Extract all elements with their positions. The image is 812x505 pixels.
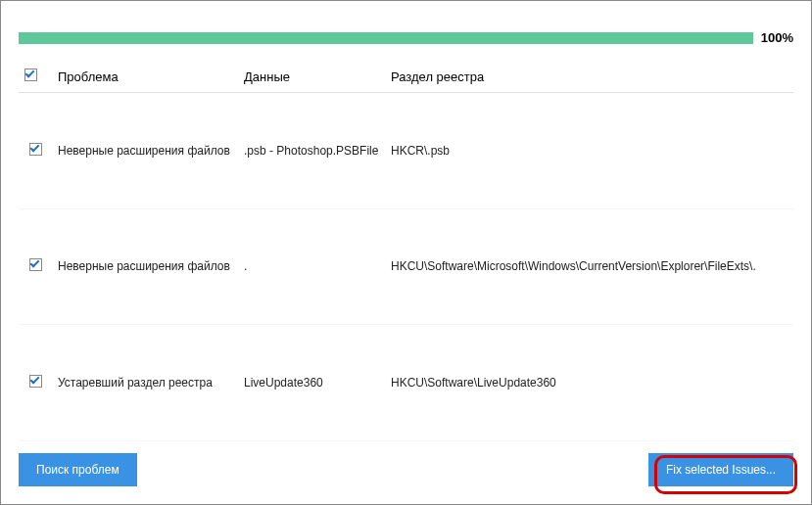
progress-bar [19,32,753,44]
cell-data: .psb - Photoshop.PSBFile [238,93,385,209]
table-row[interactable]: Устаревший раздел реестра LiveUpdate360 … [19,325,793,441]
progress-row: 100% [19,30,793,45]
cell-data: . [238,208,385,325]
column-header-registry[interactable]: Раздел реестра [385,61,793,93]
progress-percent: 100% [761,30,793,45]
search-problems-button[interactable]: Поиск проблем [19,453,137,486]
column-header-data[interactable]: Данные [238,61,385,93]
table-row[interactable]: Неверные расширения файлов . HKCU\Softwa… [19,208,793,325]
fix-selected-issues-button[interactable]: Fix selected Issues... [648,453,793,486]
select-all-checkbox[interactable] [24,69,37,81]
row-checkbox[interactable] [29,143,42,156]
issues-table: Проблема Данные Раздел реестра Неверные … [19,61,793,441]
footer: Поиск проблем Fix selected Issues... [19,441,793,492]
cell-problem: Устаревший раздел реестра [52,325,238,441]
cell-registry: HKCU\Software\Microsoft\Windows\CurrentV… [385,208,793,325]
table-row[interactable]: Неверные расширения файлов .psb - Photos… [19,93,793,209]
cell-registry: HKCR\.psb [385,93,793,209]
column-header-problem[interactable]: Проблема [52,61,238,93]
cell-data: LiveUpdate360 [238,325,385,441]
cell-registry: HKCU\Software\LiveUpdate360 [385,325,793,441]
row-checkbox[interactable] [29,258,42,271]
cell-problem: Неверные расширения файлов [52,93,238,209]
cell-problem: Неверные расширения файлов [52,208,238,325]
row-checkbox[interactable] [29,375,42,388]
